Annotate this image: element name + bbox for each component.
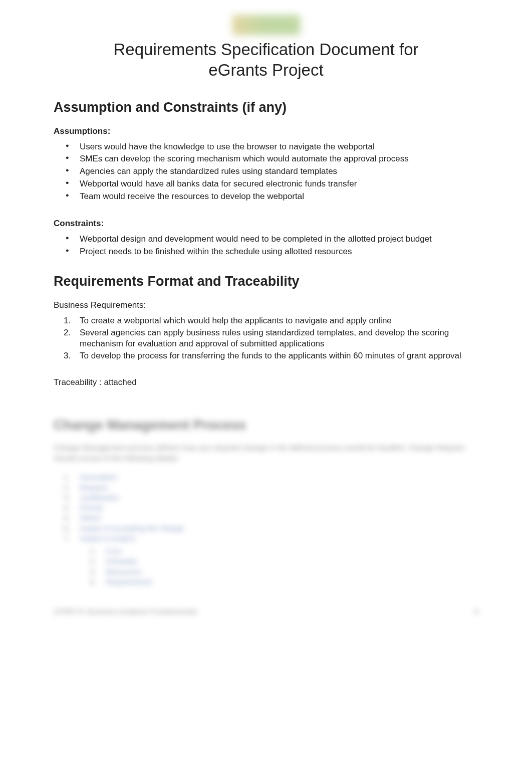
- change-items-list: Description Request Justification Priori…: [54, 472, 478, 543]
- title-line-1: Requirements Specification Document for: [114, 40, 419, 59]
- document-title: Requirements Specification Document for …: [54, 39, 478, 81]
- title-line-2: eGrants Project: [208, 61, 323, 79]
- traceability-text: Traceability : attached: [54, 377, 478, 387]
- assumptions-heading: Assumption and Constraints (if any): [54, 100, 478, 115]
- change-subitems-list: Cost Schedule Resources Requirements: [54, 546, 478, 587]
- list-item: Impact of accepting the change: [80, 523, 478, 533]
- list-item: To create a webportal which would help t…: [80, 315, 478, 326]
- list-item: Users would have the knowledge to use th…: [80, 141, 478, 153]
- list-item: Description: [80, 472, 478, 482]
- requirements-heading: Requirements Format and Traceability: [54, 274, 478, 289]
- list-item: Team would receive the resources to deve…: [80, 191, 478, 203]
- list-item: Schedule: [106, 556, 478, 566]
- list-item: Cost: [106, 546, 478, 556]
- business-requirements-label: Business Requirements:: [54, 300, 478, 310]
- list-item: Webportal design and development would n…: [80, 234, 478, 245]
- list-item: To develop the process for transferring …: [80, 350, 478, 361]
- blurred-section: Change Management Process Change Managem…: [54, 418, 478, 616]
- change-paragraph: Change Management process defines how an…: [54, 442, 478, 463]
- list-item: Agencies can apply the standardized rule…: [80, 166, 478, 177]
- list-item: Priority: [80, 503, 478, 513]
- list-item: Status: [80, 513, 478, 523]
- list-item: Webportal would have all banks data for …: [80, 178, 478, 190]
- assumptions-list: Users would have the knowledge to use th…: [54, 141, 478, 203]
- page-footer: CPRE-FL Business Analysis Fundamentals 9: [54, 607, 478, 616]
- change-heading: Change Management Process: [54, 418, 478, 433]
- footer-left: CPRE-FL Business Analysis Fundamentals: [54, 607, 197, 616]
- footer-page-number: 9: [474, 607, 478, 616]
- list-item: Resources: [106, 567, 478, 577]
- list-item: Several agencies can apply business rule…: [80, 327, 478, 349]
- business-requirements-list: To create a webportal which would help t…: [54, 315, 478, 361]
- list-item: Requirements: [106, 577, 478, 587]
- list-item: Impact in project:: [80, 533, 478, 543]
- constraints-list: Webportal design and development would n…: [54, 234, 478, 258]
- list-item: Justification: [80, 493, 478, 503]
- list-item: SMEs can develop the scoring mechanism w…: [80, 153, 478, 165]
- assumptions-label: Assumptions:: [54, 126, 478, 136]
- list-item: Request: [80, 483, 478, 493]
- constraints-label: Constraints:: [54, 219, 478, 229]
- list-item: Project needs to be finished within the …: [80, 246, 478, 258]
- header-logo: [232, 15, 300, 35]
- document-page: Requirements Specification Document for …: [0, 0, 532, 636]
